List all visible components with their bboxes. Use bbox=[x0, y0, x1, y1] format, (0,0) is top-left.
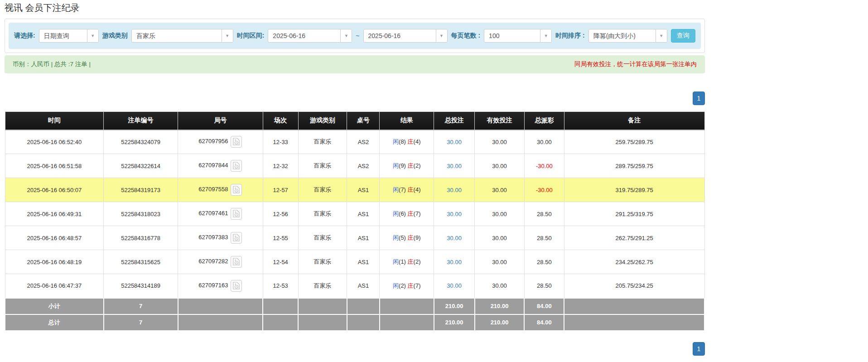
video-icon[interactable] bbox=[231, 184, 242, 196]
table-header-row: 时间 注单编号 局号 场次 游戏类别 桌号 结果 总投注 有效投注 总派彩 备注 bbox=[5, 112, 704, 130]
result-player-num: (2) bbox=[399, 282, 406, 289]
round-no-text: 627097461 bbox=[198, 210, 228, 217]
cell-bet-no: 522584322614 bbox=[104, 154, 178, 178]
header-game-type: 游戏类别 bbox=[298, 112, 347, 130]
video-icon[interactable] bbox=[231, 136, 242, 148]
video-icon[interactable] bbox=[231, 232, 242, 244]
chevron-down-icon[interactable]: ▼ bbox=[340, 29, 352, 42]
payout-value: 30.00 bbox=[537, 139, 552, 145]
result-banker-num: (7) bbox=[414, 282, 421, 289]
cell-note: 289.75/259.75 bbox=[564, 154, 704, 178]
total-bet-link[interactable]: 30.00 bbox=[447, 163, 462, 169]
result-banker: 庄 bbox=[408, 138, 414, 145]
cell-valid-bet: 30.00 bbox=[475, 130, 525, 154]
cell-result: 闲(9) 庄(2) bbox=[380, 154, 434, 178]
cell-round-no: 627097163 bbox=[178, 274, 263, 298]
result-banker-num: (2) bbox=[414, 258, 421, 265]
page-size-select[interactable]: 100 ▼ bbox=[484, 29, 552, 43]
cell-game-type: 百家乐 bbox=[298, 226, 347, 250]
video-icon[interactable] bbox=[231, 208, 242, 220]
cell-table-no: AS1 bbox=[347, 178, 380, 202]
result-banker: 庄 bbox=[408, 186, 414, 193]
total-bet-link[interactable]: 30.00 bbox=[447, 139, 462, 145]
cell-total-bet: 30.00 bbox=[434, 274, 475, 298]
video-icon[interactable] bbox=[231, 280, 242, 292]
cell-bet-no: 522584324079 bbox=[104, 130, 178, 154]
cell-total-bet: 30.00 bbox=[434, 250, 475, 274]
video-icon[interactable] bbox=[231, 256, 242, 268]
cell-valid-bet: 30.00 bbox=[475, 154, 525, 178]
chevron-down-icon[interactable]: ▼ bbox=[540, 29, 551, 42]
cell-payout: 28.50 bbox=[524, 274, 564, 298]
cell-total-bet: 30.00 bbox=[434, 154, 475, 178]
cell-time: 2025-06-16 06:51:58 bbox=[5, 154, 104, 178]
query-type-select[interactable]: 日期查询 ▼ bbox=[39, 29, 99, 43]
filter-panel: 请选择: 日期查询 ▼ 游戏类别 百家乐 ▼ 时间区间: 2025-06-16 … bbox=[5, 19, 705, 53]
cell-round-no: 627097282 bbox=[178, 250, 263, 274]
cell-note: 262.75/291.25 bbox=[564, 226, 704, 250]
cell-session: 12-55 bbox=[263, 226, 298, 250]
cell-result: 闲(8) 庄(4) bbox=[380, 130, 434, 154]
time-sort-select[interactable]: 降冪(由大到小) ▼ bbox=[588, 29, 667, 43]
cell-round-no: 627097461 bbox=[178, 202, 263, 226]
search-button[interactable]: 查询 bbox=[671, 29, 695, 43]
cell-result: 闲(5) 庄(9) bbox=[380, 226, 434, 250]
summary-notice-text: 同局有效投注，统一计算在该局第一张注单内 bbox=[574, 60, 697, 68]
total-bet-link[interactable]: 30.00 bbox=[447, 211, 462, 217]
cell-bet-no: 522584314189 bbox=[104, 274, 178, 298]
table-row: 2025-06-16 06:51:58 522584322614 6270978… bbox=[5, 154, 704, 178]
page-content: 视讯 会员下注纪录 请选择: 日期查询 ▼ 游戏类别 百家乐 ▼ 时间区间: 2… bbox=[5, 0, 705, 356]
cell-round-no: 627097383 bbox=[178, 226, 263, 250]
grand-total-total-bet: 210.00 bbox=[434, 314, 475, 331]
game-type-select[interactable]: 百家乐 ▼ bbox=[131, 29, 233, 43]
result-player: 闲 bbox=[393, 138, 399, 145]
header-table-no: 桌号 bbox=[347, 112, 380, 130]
page-1-button[interactable]: 1 bbox=[693, 92, 705, 105]
result-player-num: (5) bbox=[399, 234, 406, 241]
total-bet-link[interactable]: 30.00 bbox=[447, 235, 462, 241]
cell-round-no: 627097844 bbox=[178, 154, 263, 178]
cell-payout: 28.50 bbox=[524, 226, 564, 250]
cell-valid-bet: 30.00 bbox=[475, 274, 525, 298]
result-player: 闲 bbox=[393, 282, 399, 289]
result-banker: 庄 bbox=[408, 282, 414, 289]
total-bet-link[interactable]: 30.00 bbox=[447, 282, 462, 289]
result-banker-num: (7) bbox=[414, 210, 421, 217]
payout-value: 28.50 bbox=[537, 282, 552, 289]
chevron-down-icon[interactable]: ▼ bbox=[87, 29, 98, 42]
cell-total-bet: 30.00 bbox=[434, 226, 475, 250]
cell-time: 2025-06-16 06:52:40 bbox=[5, 130, 104, 154]
subtotal-total-bet: 210.00 bbox=[434, 298, 475, 314]
pagination-top: 1 bbox=[5, 92, 705, 105]
header-valid-bet: 有效投注 bbox=[475, 112, 525, 130]
range-separator: ~ bbox=[356, 32, 359, 39]
cell-payout: 28.50 bbox=[524, 250, 564, 274]
payout-value: -30.00 bbox=[536, 163, 553, 169]
chevron-down-icon[interactable]: ▼ bbox=[656, 29, 667, 42]
cell-round-no: 627097956 bbox=[178, 130, 263, 154]
cell-note: 234.25/262.75 bbox=[564, 250, 704, 274]
total-bet-link[interactable]: 30.00 bbox=[447, 259, 462, 265]
cell-valid-bet: 30.00 bbox=[475, 226, 525, 250]
chevron-down-icon[interactable]: ▼ bbox=[436, 29, 447, 42]
cell-bet-no: 522584315625 bbox=[104, 250, 178, 274]
page-1-button[interactable]: 1 bbox=[693, 342, 705, 356]
grand-total-valid-bet: 210.00 bbox=[475, 314, 525, 331]
cell-valid-bet: 30.00 bbox=[475, 250, 525, 274]
cell-game-type: 百家乐 bbox=[298, 250, 347, 274]
date-from-input[interactable]: 2025-06-16 ▼ bbox=[268, 29, 352, 43]
cell-table-no: AS1 bbox=[347, 274, 380, 298]
total-bet-link[interactable]: 30.00 bbox=[447, 187, 462, 193]
page-size-value: 100 bbox=[484, 29, 540, 42]
cell-note: 291.25/319.75 bbox=[564, 202, 704, 226]
grand-total-payout: 84.00 bbox=[524, 314, 564, 331]
page-size-label: 每页笔数 : bbox=[451, 32, 481, 40]
header-bet-no: 注单编号 bbox=[104, 112, 178, 130]
result-player-num: (8) bbox=[399, 138, 406, 145]
cell-total-bet: 30.00 bbox=[434, 202, 475, 226]
video-icon[interactable] bbox=[231, 160, 242, 172]
pagination-bottom: 1 bbox=[5, 342, 705, 356]
chevron-down-icon[interactable]: ▼ bbox=[222, 29, 233, 42]
date-to-input[interactable]: 2025-06-16 ▼ bbox=[363, 29, 448, 43]
cell-payout: -30.00 bbox=[524, 154, 564, 178]
